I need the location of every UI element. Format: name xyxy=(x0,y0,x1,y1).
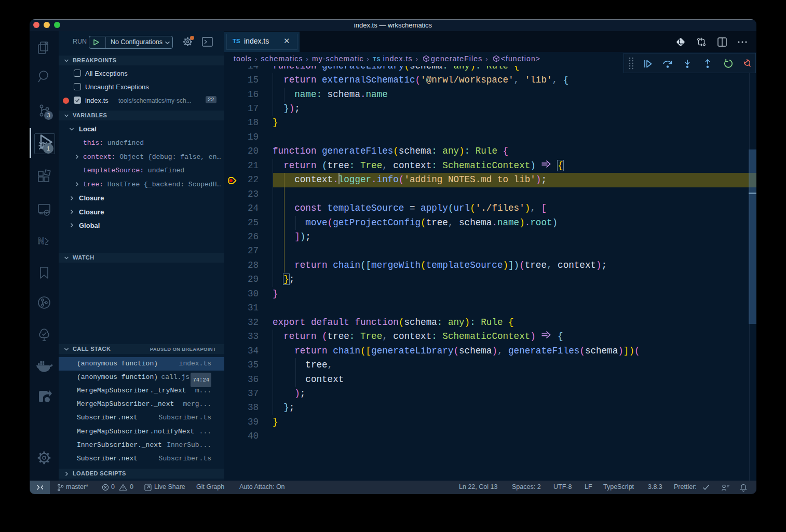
svg-text:N: N xyxy=(38,236,44,246)
